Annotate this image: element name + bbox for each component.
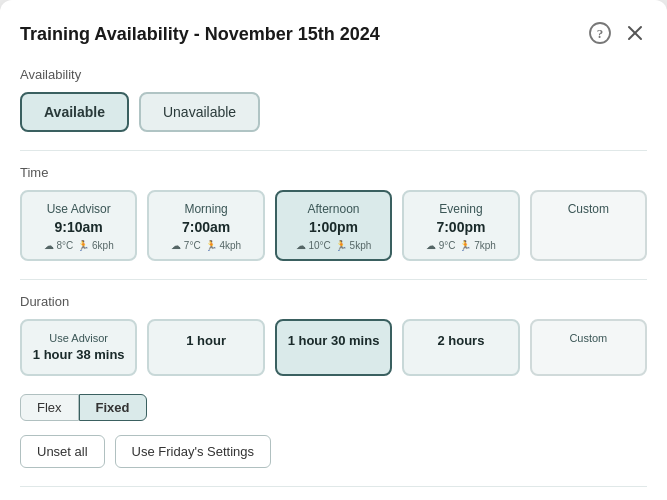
availability-section: Availability Available Unavailable [20, 67, 647, 132]
advisor-title: Use Advisor [30, 202, 127, 218]
evening-wind: 🏃 7kph [459, 240, 495, 251]
modal-header: Training Availability - November 15th 20… [20, 20, 647, 49]
advisor-time: 9:10am [30, 218, 127, 236]
dur-1hour-value: 1 hour [157, 333, 254, 350]
duration-cards: Use Advisor 1 hour 38 mins 1 hour 1 hour… [20, 319, 647, 376]
morning-weather: ☁ 7°C 🏃 4kph [157, 240, 254, 251]
evening-weather: ☁ 9°C 🏃 7kph [412, 240, 509, 251]
afternoon-time: 1:00pm [285, 218, 382, 236]
dur-1h30-value: 1 hour 30 mins [285, 333, 382, 350]
dur-card-advisor[interactable]: Use Advisor 1 hour 38 mins [20, 319, 137, 376]
evening-temp: ☁ 9°C [426, 240, 456, 251]
dur-card-2hours[interactable]: 2 hours [402, 319, 519, 376]
time-card-evening[interactable]: Evening 7:00pm ☁ 9°C 🏃 7kph [402, 190, 519, 261]
evening-time: 7:00pm [412, 218, 509, 236]
help-button[interactable]: ? [587, 20, 613, 49]
modal-title: Training Availability - November 15th 20… [20, 24, 380, 45]
availability-label: Availability [20, 67, 647, 82]
morning-wind: 🏃 4kph [205, 240, 241, 251]
afternoon-weather: ☁ 10°C 🏃 5kph [285, 240, 382, 251]
svg-text:?: ? [597, 26, 604, 41]
duration-section: Duration Use Advisor 1 hour 38 mins 1 ho… [20, 294, 647, 376]
time-cards: Use Advisor 9:10am ☁ 8°C 🏃 6kph Morning … [20, 190, 647, 261]
time-card-custom[interactable]: Custom [530, 190, 647, 261]
divider-3 [20, 486, 647, 487]
dur-card-1hour[interactable]: 1 hour [147, 319, 264, 376]
training-availability-modal: Training Availability - November 15th 20… [0, 0, 667, 500]
availability-options: Available Unavailable [20, 92, 647, 132]
close-icon[interactable] [623, 21, 647, 48]
dur-advisor-title: Use Advisor [30, 331, 127, 345]
morning-time: 7:00am [157, 218, 254, 236]
dur-2hours-value: 2 hours [412, 333, 509, 350]
afternoon-temp: ☁ 10°C [296, 240, 331, 251]
action-row: Unset all Use Friday's Settings [20, 435, 647, 468]
header-icons: ? [587, 20, 647, 49]
divider-1 [20, 150, 647, 151]
flex-fixed-toggle: Flex Fixed [20, 394, 647, 421]
dur-card-custom[interactable]: Custom [530, 319, 647, 376]
morning-temp: ☁ 7°C [171, 240, 201, 251]
flex-button[interactable]: Flex [20, 394, 79, 421]
afternoon-title: Afternoon [285, 202, 382, 218]
morning-title: Morning [157, 202, 254, 218]
duration-label: Duration [20, 294, 647, 309]
divider-2 [20, 279, 647, 280]
unavailable-button[interactable]: Unavailable [139, 92, 260, 132]
afternoon-wind: 🏃 5kph [335, 240, 371, 251]
time-card-afternoon[interactable]: Afternoon 1:00pm ☁ 10°C 🏃 5kph [275, 190, 392, 261]
weather-wind: 🏃 6kph [77, 240, 113, 251]
weather-temp: ☁ 8°C [44, 240, 74, 251]
dur-custom-title: Custom [540, 331, 637, 345]
evening-title: Evening [412, 202, 509, 218]
custom-time-title: Custom [540, 202, 637, 218]
time-card-morning[interactable]: Morning 7:00am ☁ 7°C 🏃 4kph [147, 190, 264, 261]
unset-all-button[interactable]: Unset all [20, 435, 105, 468]
dur-card-1h30[interactable]: 1 hour 30 mins [275, 319, 392, 376]
dur-advisor-value: 1 hour 38 mins [30, 347, 127, 364]
time-label: Time [20, 165, 647, 180]
use-friday-button[interactable]: Use Friday's Settings [115, 435, 271, 468]
fixed-button[interactable]: Fixed [79, 394, 147, 421]
time-card-advisor[interactable]: Use Advisor 9:10am ☁ 8°C 🏃 6kph [20, 190, 137, 261]
advisor-weather: ☁ 8°C 🏃 6kph [30, 240, 127, 251]
available-button[interactable]: Available [20, 92, 129, 132]
time-section: Time Use Advisor 9:10am ☁ 8°C 🏃 6kph Mor… [20, 165, 647, 261]
